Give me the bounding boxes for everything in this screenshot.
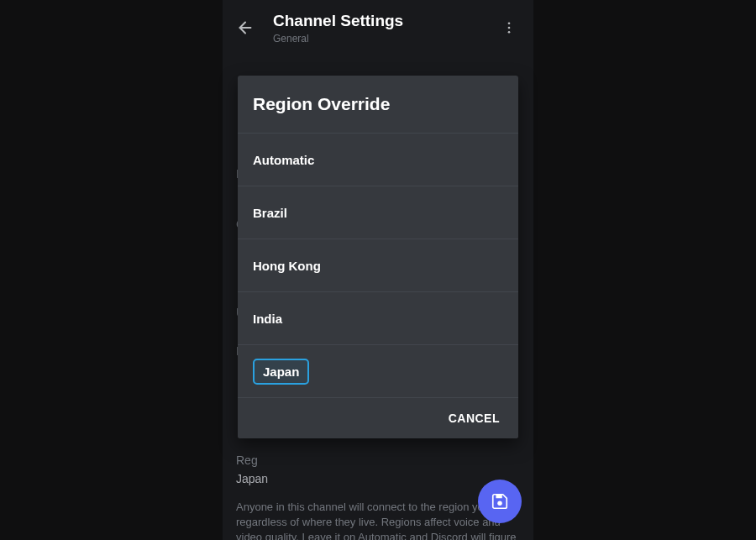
- save-icon: [491, 492, 509, 511]
- region-option-label: Hong Kong: [253, 259, 321, 273]
- page-title-group: Channel Settings General: [273, 12, 480, 45]
- region-description: Anyone in this channel will connect to t…: [236, 500, 520, 540]
- region-list: Automatic Brazil Hong Kong India Japan: [238, 133, 518, 397]
- save-fab-button[interactable]: [478, 480, 522, 523]
- page-subtitle: General: [273, 33, 480, 45]
- region-label: Reg: [236, 452, 520, 469]
- region-option-automatic[interactable]: Automatic: [238, 133, 518, 186]
- region-option-japan[interactable]: Japan: [238, 344, 518, 397]
- page-title: Channel Settings: [273, 12, 480, 31]
- svg-point-2: [508, 27, 511, 29]
- svg-point-3: [508, 31, 511, 34]
- region-option-label: India: [253, 312, 282, 326]
- svg-rect-4: [496, 495, 501, 499]
- region-override-dialog: Region Override Automatic Brazil Hong Ko…: [238, 76, 518, 438]
- svg-point-5: [497, 501, 502, 506]
- region-option-label: Brazil: [253, 206, 287, 220]
- dialog-title: Region Override: [238, 76, 518, 133]
- page-header: Channel Settings General: [223, 0, 533, 53]
- back-arrow-icon[interactable]: [236, 18, 255, 37]
- dialog-footer: CANCEL: [238, 397, 518, 438]
- region-option-label: Japan: [253, 359, 309, 385]
- region-option-label: Automatic: [253, 153, 314, 167]
- region-option-india[interactable]: India: [238, 291, 518, 344]
- region-option-brazil[interactable]: Brazil: [238, 186, 518, 239]
- region-option-hong-kong[interactable]: Hong Kong: [238, 239, 518, 291]
- cancel-button[interactable]: CANCEL: [449, 412, 500, 425]
- region-current-value: Japan: [236, 470, 520, 487]
- svg-point-1: [508, 23, 511, 25]
- more-options-icon[interactable]: [498, 17, 520, 39]
